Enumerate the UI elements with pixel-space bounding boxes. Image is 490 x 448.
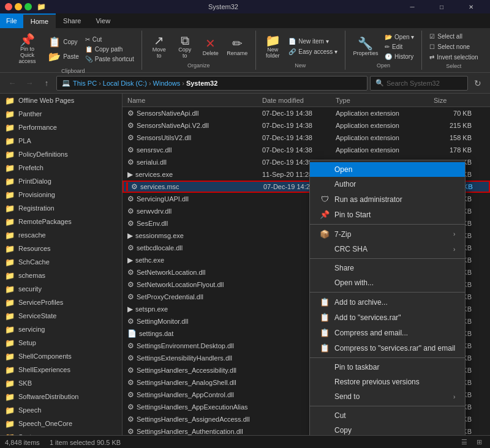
tab-share[interactable]: Share bbox=[56, 13, 88, 28]
sidebar-item-security[interactable]: 📁 security bbox=[0, 282, 122, 296]
context-menu-compressemail[interactable]: 📋 Compress and email... bbox=[310, 325, 465, 340]
context-menu-sendto[interactable]: Send to › bbox=[310, 389, 465, 404]
sidebar-item-panther[interactable]: 📁 Panther bbox=[0, 107, 122, 121]
search-box[interactable]: 🔍 Search System32 bbox=[370, 76, 468, 91]
copy-button[interactable]: 📋 Copy bbox=[46, 35, 81, 49]
sidebar-item-label: Speech bbox=[18, 406, 41, 414]
context-menu-7zip[interactable]: 📦 7-Zip › bbox=[310, 226, 465, 242]
sidebar-item-skb[interactable]: 📁 SKB bbox=[0, 376, 122, 390]
table-row[interactable]: ⚙SensorsNativeApi.V2.dll 07-Dec-19 14:38… bbox=[123, 119, 490, 132]
open-dropdown-button[interactable]: 📂 Open ▾ bbox=[382, 32, 417, 42]
sidebar-item-pla[interactable]: 📁 PLA bbox=[0, 134, 122, 147]
sidebar-item-shellcomponents[interactable]: 📁 ShellComponents bbox=[0, 349, 122, 363]
pin-to-quick-access-button[interactable]: 📌 Pin to Quickaccess bbox=[10, 32, 45, 67]
context-menu-compressservicesraremail[interactable]: 📋 Compress to "services.rar" and email bbox=[310, 340, 465, 356]
cut-button[interactable]: ✂ Cut bbox=[83, 35, 137, 44]
sidebar-item-setup[interactable]: 📁 Setup bbox=[0, 336, 122, 349]
file-icon: ⚙ bbox=[127, 121, 134, 130]
context-menu-copy[interactable]: Copy bbox=[310, 423, 465, 435]
new-folder-button[interactable]: 📁 Newfolder bbox=[260, 32, 285, 61]
sidebar-item-policydefinitions[interactable]: 📁 PolicyDefinitions bbox=[0, 147, 122, 161]
sidebar-item-serviceprofiles[interactable]: 📁 ServiceProfiles bbox=[0, 296, 122, 309]
breadcrumb-windows[interactable]: Windows bbox=[153, 80, 181, 87]
context-menu-pintostart[interactable]: 📌 Pin to Start bbox=[310, 207, 465, 222]
context-menu-crcsha[interactable]: CRC SHA › bbox=[310, 242, 465, 256]
context-menu-runasadmin[interactable]: 🛡 Run as administrator bbox=[310, 192, 465, 207]
sidebar-item-prefetch[interactable]: 📁 Prefetch bbox=[0, 161, 122, 174]
column-header-name[interactable]: Name bbox=[125, 94, 260, 107]
tab-view[interactable]: View bbox=[88, 13, 118, 28]
details-view-button[interactable]: ☰ bbox=[458, 437, 470, 448]
addarchive-icon: 📋 bbox=[320, 297, 330, 307]
sidebar-item-servicestate[interactable]: 📁 ServiceState bbox=[0, 309, 122, 323]
easy-access-button[interactable]: 🔗 Easy access ▾ bbox=[286, 47, 340, 56]
table-row[interactable]: ⚙SensorsNativeApi.dll 07-Dec-19 14:38 Ap… bbox=[123, 107, 490, 119]
sidebar-item-schemas[interactable]: 📁 schemas bbox=[0, 269, 122, 282]
sidebar-item-speechonecore[interactable]: 📁 Speech_OneCore bbox=[0, 417, 122, 430]
file-icon: ⚙ bbox=[127, 415, 134, 424]
sidebar-item-shellexperiences[interactable]: 📁 ShellExperiences bbox=[0, 363, 122, 376]
new-buttons: 📁 Newfolder 📄 New item ▾ 🔗 Easy access ▾ bbox=[261, 32, 340, 61]
delete-button[interactable]: ✕ Delete bbox=[198, 35, 223, 58]
invert-selection-icon: ⇄ bbox=[429, 54, 434, 61]
sidebar-item-resources[interactable]: 📁 Resources bbox=[0, 242, 122, 255]
large-icons-button[interactable]: ⊞ bbox=[473, 437, 485, 448]
column-header-type[interactable]: Type bbox=[333, 94, 431, 107]
context-menu-author[interactable]: Author bbox=[310, 177, 465, 192]
sidebar-item-performance[interactable]: 📁 Performance bbox=[0, 121, 122, 134]
minimize-button[interactable]: ─ bbox=[398, 0, 426, 13]
folder-icon: 📁 bbox=[5, 123, 15, 132]
folder-icon: 📁 bbox=[5, 419, 15, 428]
address-path[interactable]: 💻 This PC › Local Disk (C:) › Windows › … bbox=[56, 76, 368, 91]
table-row[interactable]: ⚙SensorsUtilsV2.dll 07-Dec-19 14:38 Appl… bbox=[123, 132, 490, 144]
new-item-button[interactable]: 📄 New item ▾ bbox=[286, 37, 340, 46]
history-button[interactable]: 🕐 History bbox=[382, 52, 417, 61]
breadcrumb-thispc[interactable]: This PC bbox=[73, 80, 97, 87]
breadcrumb-localdisk[interactable]: Local Disk (C:) bbox=[103, 80, 147, 87]
column-header-date[interactable]: Date modified bbox=[260, 94, 333, 107]
sidebar-item-remotepackages[interactable]: 📁 RemotePackages bbox=[0, 215, 122, 228]
sidebar-item-offlinewebpages[interactable]: 📁 Offline Web Pages bbox=[0, 94, 122, 107]
properties-button[interactable]: 🔧 Properties bbox=[350, 35, 381, 58]
context-menu-open[interactable]: Open bbox=[310, 162, 465, 177]
sidebar-item-schcache[interactable]: 📁 SchCache bbox=[0, 255, 122, 269]
window-close-button[interactable]: ✕ bbox=[457, 0, 485, 13]
sidebar-item-registration[interactable]: 📁 Registration bbox=[0, 201, 122, 215]
sidebar-item-servicing[interactable]: 📁 servicing bbox=[0, 323, 122, 336]
edit-button[interactable]: ✏ Edit bbox=[382, 42, 417, 51]
context-menu-addtoservicesrar[interactable]: 📋 Add to "services.rar" bbox=[310, 310, 465, 325]
copy-to-button[interactable]: ⧉ Copyto bbox=[173, 32, 197, 61]
sidebar-item-printdialog[interactable]: 📁 PrintDialog bbox=[0, 174, 122, 188]
back-button[interactable]: ← bbox=[5, 76, 20, 91]
invert-selection-button[interactable]: ⇄ Invert selection bbox=[427, 53, 480, 62]
context-menu: Open Author 🛡 Run as administrator 📌 Pin… bbox=[309, 160, 466, 435]
copy-path-button[interactable]: 📋 Copy path bbox=[83, 45, 137, 54]
sidebar-item-provisioning[interactable]: 📁 Provisioning bbox=[0, 188, 122, 201]
maximize-button[interactable]: □ bbox=[428, 0, 456, 13]
context-menu-share[interactable]: Share bbox=[310, 261, 465, 275]
up-button[interactable]: ↑ bbox=[39, 76, 54, 91]
context-menu-pintotaskbar[interactable]: Pin to taskbar bbox=[310, 360, 465, 375]
sidebar-item-label: PolicyDefinitions bbox=[18, 151, 68, 158]
select-none-button[interactable]: ☐ Select none bbox=[427, 42, 472, 51]
tab-home[interactable]: Home bbox=[23, 13, 56, 28]
refresh-button[interactable]: ↻ bbox=[470, 76, 485, 91]
paste-shortcut-button[interactable]: 📎 Paste shortcut bbox=[83, 54, 137, 64]
sidebar-item-system[interactable]: 📁 System bbox=[0, 430, 122, 435]
column-header-size[interactable]: Size bbox=[431, 94, 474, 107]
context-menu-cut[interactable]: Cut bbox=[310, 408, 465, 423]
select-all-button[interactable]: ☑ Select all bbox=[427, 32, 465, 41]
breadcrumb-system32[interactable]: System32 bbox=[186, 80, 217, 87]
forward-button[interactable]: → bbox=[22, 76, 37, 91]
move-to-button[interactable]: ↗ Moveto bbox=[147, 32, 172, 61]
rename-button[interactable]: ✏ Rename bbox=[224, 35, 251, 58]
table-row[interactable]: ⚙sensrsvc.dll 07-Dec-19 14:38 Applicatio… bbox=[123, 144, 490, 156]
paste-button[interactable]: 📂 Paste bbox=[46, 50, 81, 64]
context-menu-openwith[interactable]: Open with... bbox=[310, 275, 465, 290]
sidebar-item-softwaredistribution[interactable]: 📁 SoftwareDistribution bbox=[0, 390, 122, 403]
sidebar-item-rescache[interactable]: 📁 rescache bbox=[0, 228, 122, 242]
tab-file[interactable]: File bbox=[0, 13, 23, 28]
sidebar-item-speech[interactable]: 📁 Speech bbox=[0, 403, 122, 417]
context-menu-restorepreviousversions[interactable]: Restore previous versions bbox=[310, 375, 465, 389]
context-menu-addtoarchive[interactable]: 📋 Add to archive... bbox=[310, 294, 465, 310]
